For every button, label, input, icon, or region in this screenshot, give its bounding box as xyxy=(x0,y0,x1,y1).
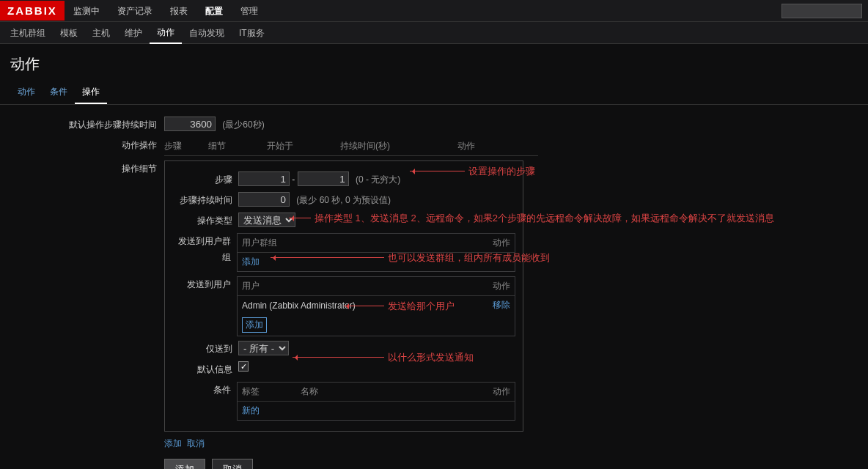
sub-nav: 主机群组 模板 主机 维护 动作 自动发现 IT服务 xyxy=(0,22,868,44)
operation-detail-box: 步骤 - (0 - 无穷大) 步骤持续时间 (最少 60 秒, 0 为预设值) xyxy=(164,160,523,432)
group-add-link[interactable]: 添加 xyxy=(242,256,260,267)
user-remove-link[interactable]: 移除 xyxy=(493,299,510,311)
cond-new-link[interactable]: 新的 xyxy=(242,405,260,416)
send-user-label: 发送到用户 xyxy=(172,276,237,292)
detail-add-link[interactable]: 添加 xyxy=(164,438,182,448)
step-duration-d-label: 步骤持续时间 xyxy=(172,192,238,208)
cond-table: 标签 名称 动作 新的 xyxy=(237,382,515,421)
operation-detail-label: 操作细节 xyxy=(10,160,164,177)
top-search xyxy=(781,4,862,18)
user-value: Admin (Zabbix Administrator) xyxy=(242,300,493,311)
form-area: 默认操作步骤持续时间 (最少60秒) 动作操作 步骤 细节 开始于 持续时间(秒… xyxy=(0,105,868,469)
step-to-input[interactable] xyxy=(298,171,349,186)
tab-action[interactable]: 动作 xyxy=(10,81,43,104)
group-col-name: 用户群组 xyxy=(242,237,493,249)
search-input[interactable] xyxy=(781,4,862,18)
subnav-item-2[interactable]: 主机 xyxy=(85,23,117,43)
user-table: 用户 动作 Admin (Zabbix Administrator) 移除 添加 xyxy=(237,276,515,336)
group-table: 用户群组 动作 添加 xyxy=(237,233,515,272)
cancel-button[interactable]: 取消 xyxy=(212,459,253,469)
user-col-name: 用户 xyxy=(242,280,493,292)
subnav-item-6[interactable]: IT服务 xyxy=(232,23,272,43)
user-col-action: 动作 xyxy=(493,280,510,292)
tab-condition[interactable]: 条件 xyxy=(43,81,75,104)
default-step-duration-label: 默认操作步骤持续时间 xyxy=(10,117,164,133)
step-duration-input[interactable] xyxy=(238,192,290,207)
content-tabs: 动作 条件 操作 xyxy=(0,81,868,105)
subnav-item-4[interactable]: 动作 xyxy=(150,22,182,44)
detail-cancel-link[interactable]: 取消 xyxy=(187,438,205,448)
op-type-label: 操作类型 xyxy=(172,213,238,229)
subnav-item-0[interactable]: 主机群组 xyxy=(3,23,53,43)
default-msg-label: 默认信息 xyxy=(172,361,238,377)
send-group-label: 发送到用户群组 xyxy=(172,233,237,265)
subnav-item-3[interactable]: 维护 xyxy=(117,23,150,43)
topnav-item-3[interactable]: 配置 xyxy=(196,0,232,22)
op-type-select[interactable]: 发送消息 xyxy=(238,213,295,227)
op-col-action: 动作 xyxy=(457,140,475,152)
topnav-item-1[interactable]: 资产记录 xyxy=(108,0,161,22)
only-send-label: 仅送到 xyxy=(172,341,238,357)
top-nav: ZABBIX 监测中 资产记录 报表 配置 管理 xyxy=(0,0,868,22)
cond-label: 条件 xyxy=(172,382,237,398)
op-col-detail: 细节 xyxy=(208,140,267,152)
op-table-head: 步骤 细节 开始于 持续时间(秒) 动作 xyxy=(164,137,538,156)
op-col-step: 步骤 xyxy=(164,140,208,152)
default-step-duration-hint: (最少60秒) xyxy=(222,119,264,130)
topnav-item-4[interactable]: 管理 xyxy=(232,0,267,22)
add-button[interactable]: 添加 xyxy=(164,459,205,469)
cond-col-action: 动作 xyxy=(493,385,510,398)
user-row: Admin (Zabbix Administrator) 移除 xyxy=(238,296,515,314)
topnav-item-2[interactable]: 报表 xyxy=(161,0,196,22)
logo: ZABBIX xyxy=(0,1,65,21)
user-add-link[interactable]: 添加 xyxy=(242,317,267,333)
default-step-duration-input[interactable] xyxy=(164,117,216,131)
cond-col-tag: 标签 xyxy=(242,385,301,398)
action-operation-label: 动作操作 xyxy=(10,137,164,153)
page-title: 动作 xyxy=(0,44,868,81)
group-col-action: 动作 xyxy=(493,237,510,249)
cond-col-name: 名称 xyxy=(301,385,493,398)
subnav-item-1[interactable]: 模板 xyxy=(53,23,85,43)
step-label: 步骤 xyxy=(172,171,238,188)
tab-operation[interactable]: 操作 xyxy=(75,81,107,104)
op-col-duration: 持续时间(秒) xyxy=(340,140,457,152)
op-col-start: 开始于 xyxy=(267,140,340,152)
step-from-input[interactable] xyxy=(238,171,290,186)
only-send-select[interactable]: - 所有 - xyxy=(238,341,289,355)
subnav-item-5[interactable]: 自动发现 xyxy=(182,23,232,43)
topnav-item-0[interactable]: 监测中 xyxy=(65,0,108,22)
step-duration-hint: (最少 60 秒, 0 为预设值) xyxy=(296,195,391,205)
step-hint: (0 - 无穷大) xyxy=(356,174,400,185)
default-msg-checkbox[interactable]: ✓ xyxy=(238,361,249,372)
